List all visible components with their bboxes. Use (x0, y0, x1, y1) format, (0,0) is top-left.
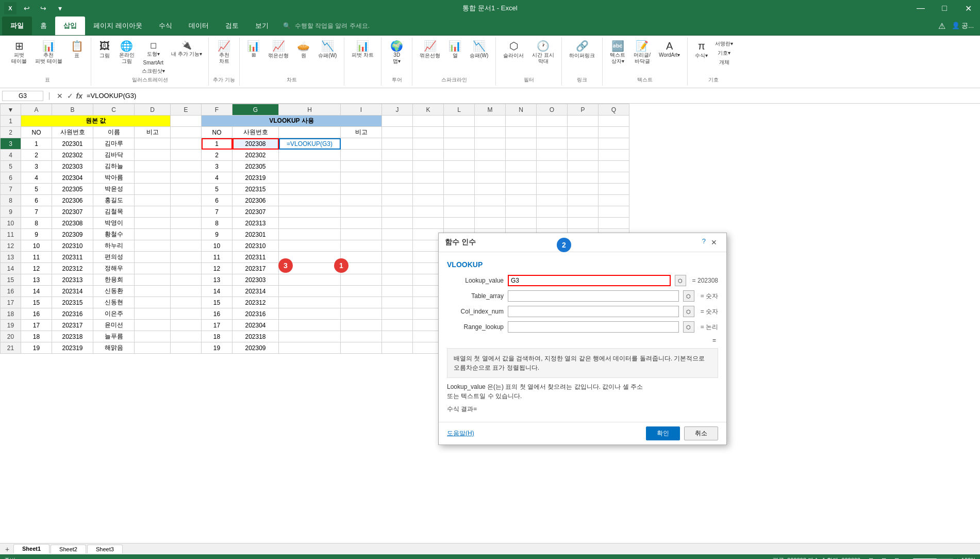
cell-g3[interactable]: 202308 (232, 138, 279, 150)
undo-btn[interactable]: ↩ (21, 2, 33, 14)
cell-j1[interactable] (382, 116, 413, 127)
dialog-close-icon[interactable]: ✕ (708, 237, 720, 248)
btn-chart-bar[interactable]: 📉 슈패(W) (315, 40, 340, 60)
quick-more-btn[interactable]: ▾ (54, 2, 66, 14)
cell-n2[interactable] (506, 127, 537, 138)
btn-addins[interactable]: 🔌 내 추가 기능▾ (169, 40, 205, 58)
cell-o3[interactable] (537, 138, 568, 150)
col-header-J[interactable]: J (382, 104, 413, 116)
dialog-ok-button[interactable]: 확인 (646, 426, 680, 440)
btn-spark-win[interactable]: 📉 승패(W) (467, 40, 491, 60)
account-icon[interactable]: 👤 공... (952, 21, 974, 30)
view-normal-icon[interactable]: ⊞ (869, 557, 873, 560)
cell-n3[interactable] (506, 138, 537, 150)
zoom-in-icon[interactable]: + (956, 557, 959, 559)
btn-chart-line[interactable]: 📈 꺾은선형 (265, 40, 292, 60)
minimize-btn[interactable]: — (909, 0, 933, 17)
dialog-field-refbtn-col[interactable]: ⬡ (683, 306, 694, 317)
btn-online-picture[interactable]: 🌐 온라인그림 (116, 40, 138, 65)
dialog-help-icon[interactable]: ? (702, 237, 706, 248)
col-header-F[interactable]: F (202, 104, 232, 116)
cell-l3[interactable] (444, 138, 475, 150)
col-header-I[interactable]: I (341, 104, 382, 116)
col-header-G[interactable]: G (232, 104, 279, 116)
cell-p2[interactable] (568, 127, 599, 138)
col-header-C[interactable]: C (93, 104, 135, 116)
formula-cancel-icon[interactable]: ✕ (56, 92, 64, 100)
cell-f2[interactable]: NO (202, 127, 232, 138)
cell-i3[interactable] (341, 138, 382, 150)
cell-m1[interactable] (475, 116, 506, 127)
sheet-tab-2[interactable]: Sheet2 (51, 545, 86, 553)
cell-q1[interactable] (599, 116, 629, 127)
btn-3d-map[interactable]: 🌍 3D맵▾ (387, 40, 406, 65)
dialog-field-refbtn-table[interactable]: ⬡ (683, 290, 694, 302)
cell-left-header[interactable]: 원본 값 (21, 116, 171, 127)
warning-icon[interactable]: ⚠ (938, 21, 945, 31)
sheet-add-button[interactable]: + (2, 544, 12, 554)
btn-timeline[interactable]: 🕐 시간 표시막대 (529, 40, 557, 65)
col-header-K[interactable]: K (413, 104, 444, 116)
cell-b3[interactable]: 202301 (52, 138, 93, 150)
cell-j2[interactable] (382, 127, 413, 138)
cell-d3[interactable] (135, 138, 171, 150)
sheet-tab-1[interactable]: Sheet1 (13, 544, 49, 554)
col-header-L[interactable]: L (444, 104, 475, 116)
cell-p3[interactable] (568, 138, 599, 150)
btn-table[interactable]: 📋 표 (68, 40, 87, 60)
cell-o1[interactable] (537, 116, 568, 127)
btn-slicer[interactable]: ⬡ 슬라이서 (500, 40, 527, 60)
tab-data[interactable]: 데이터 (180, 17, 217, 35)
tab-file[interactable]: 파일 (2, 17, 32, 35)
btn-textbox[interactable]: 🔤 텍스트상자▾ (607, 40, 628, 65)
dialog-field-input-range[interactable] (508, 321, 679, 333)
tab-formulas[interactable]: 수식 (151, 17, 180, 35)
cell-right-header[interactable]: VLOOKUP 사용 (202, 116, 382, 127)
btn-signature[interactable]: 서명란▾ (713, 40, 735, 48)
cell-l2[interactable] (444, 127, 475, 138)
cell-n1[interactable] (506, 116, 537, 127)
formula-confirm-icon[interactable]: ✓ (66, 92, 74, 100)
btn-pivot-chart[interactable]: 📊 피벗 차트 (348, 40, 377, 59)
cell-j3[interactable] (382, 138, 413, 150)
formula-input[interactable] (85, 92, 978, 100)
cell-o2[interactable] (537, 127, 568, 138)
col-header-E[interactable]: E (171, 104, 202, 116)
cell-c3[interactable]: 김마루 (93, 138, 135, 150)
col-header-Q[interactable]: Q (599, 104, 629, 116)
cell-f3[interactable]: 1 (202, 138, 232, 150)
btn-object[interactable]: 개체 (713, 58, 735, 67)
zoom-out-icon[interactable]: − (907, 557, 910, 559)
btn-pivot-table[interactable]: ⊞ 피벗테이블 (8, 40, 30, 65)
btn-header-footer[interactable]: 📝 머리글/바닥글 (630, 40, 654, 65)
btn-picture[interactable]: 🖼 그림 (95, 40, 114, 60)
btn-chart-pie[interactable]: 🥧 원 (294, 40, 313, 60)
dialog-help-link[interactable]: 도움말(H) (447, 429, 474, 438)
cell-d2[interactable]: 비고 (135, 127, 171, 138)
btn-formula-sym[interactable]: π 수식▾ (692, 40, 711, 60)
btn-recommended-pivot[interactable]: 📊 추천피벗 테이블 (32, 40, 65, 65)
dialog-field-input-col[interactable] (508, 306, 679, 317)
tab-home[interactable]: 홈 (32, 17, 55, 35)
cell-c2[interactable]: 이름 (93, 127, 135, 138)
cell-q2[interactable] (599, 127, 629, 138)
col-header-H[interactable]: H (279, 104, 341, 116)
btn-smartart[interactable]: SmartArt (140, 59, 167, 66)
tab-insert[interactable]: 삽입 (55, 17, 85, 35)
tab-layout[interactable]: 페이지 레이아웃 (85, 17, 151, 35)
col-header-M[interactable]: M (475, 104, 506, 116)
cell-k2[interactable] (413, 127, 444, 138)
cell-e3[interactable] (171, 138, 202, 150)
view-page-break-icon[interactable]: ⊠ (894, 557, 899, 560)
cell-g2[interactable]: 사원번호 (232, 127, 279, 138)
cell-q3[interactable] (599, 138, 629, 150)
col-header-P[interactable]: P (568, 104, 599, 116)
btn-hyperlink[interactable]: 🔗 하이퍼링크 (566, 40, 598, 60)
view-layout-icon[interactable]: ⊟ (882, 557, 886, 560)
name-box[interactable] (2, 91, 43, 101)
btn-spark-line[interactable]: 📈 꺾은선형 (417, 40, 443, 60)
col-header-N[interactable]: N (506, 104, 537, 116)
col-header-A[interactable]: A (21, 104, 52, 116)
close-btn[interactable]: ✕ (956, 0, 980, 17)
btn-wordart[interactable]: A WordArt▾ (656, 40, 684, 59)
